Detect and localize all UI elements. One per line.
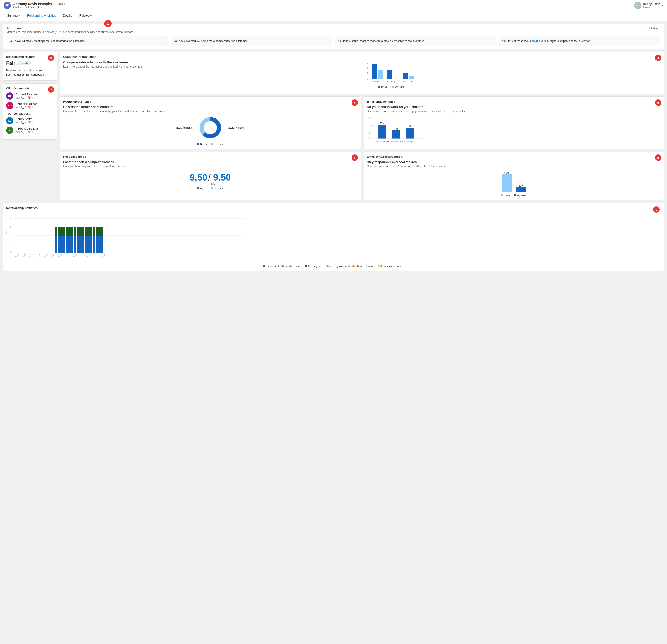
tab-related[interactable]: Related ▾	[76, 11, 95, 20]
svg-text:20 Dec: 20 Dec	[29, 253, 34, 258]
svg-rect-79	[98, 227, 101, 235]
interactions-heading: Compare interactions with the customer	[63, 60, 360, 64]
legend-dot-calls-made	[353, 265, 355, 267]
chevron-down-icon[interactable]: ▾	[662, 4, 663, 7]
next-icon[interactable]: ›	[660, 27, 661, 30]
sr-heading: Stay responsive and seal the deal	[367, 160, 661, 164]
sr-bar-them: 11%	[516, 185, 526, 192]
svg-rect-64	[79, 235, 82, 253]
svg-rect-59	[71, 227, 74, 235]
activities-chart-scroll[interactable]: 4 3 2 1 0 Count // This won't execute in…	[6, 213, 661, 263]
contact-name-rt[interactable]: Richard Thomas	[16, 93, 37, 96]
legend-meetings-received: Meetings received	[326, 265, 350, 267]
response-time-panel: 7 Response time ℹ Faster responses impac…	[60, 151, 361, 200]
svg-text:7 Feb: 7 Feb	[102, 253, 106, 258]
svg-rect-52	[63, 235, 65, 253]
legend-dot-meetings-sent	[305, 265, 307, 267]
contacts-info-icon[interactable]: ℹ	[30, 87, 31, 90]
relationship-activities-section: 9 Relationship Activities ℹ 4 3 2 1 0 Co…	[3, 203, 664, 271]
svg-text:29 Jan: 29 Jan	[87, 253, 92, 258]
activities-title: Relationship Activities ℹ	[6, 207, 661, 210]
svg-rect-46	[55, 235, 57, 253]
response-value-them: 9.50	[213, 172, 231, 182]
interactions-info-icon[interactable]: ℹ	[95, 55, 96, 58]
bar-emails-them	[378, 70, 383, 79]
svg-text:2: 2	[10, 234, 12, 237]
colleague-name-ks[interactable]: Kenny Smith	[16, 117, 33, 121]
hourly-title: Hourly investment ℹ	[63, 100, 357, 103]
user-details: Kenny Smith Owner	[643, 2, 660, 9]
colleague-pp: # # PpdfCDSClient ✉ 3📞 5📅 1	[6, 127, 54, 134]
badge-8: 8	[655, 154, 661, 161]
svg-rect-72	[90, 235, 93, 253]
tab-relationship-analytics[interactable]: Relationship Analytics	[23, 11, 59, 20]
legend-calls-received: Phone calls received	[378, 265, 405, 267]
contact-name-sm[interactable]: Sandra Martinez	[16, 102, 37, 105]
bar-calls-them	[409, 76, 413, 79]
hours-us-label: 8.33 hours	[176, 126, 192, 130]
hours-them-label: 3.33 hours	[228, 126, 244, 130]
summary-card-1: You have invested 5.0 hours more compare…	[170, 36, 332, 46]
legend-emails-received: Emails received	[281, 265, 302, 267]
donut-wrapper: 8.33 hours 3.33 hours	[63, 116, 357, 139]
tab-summary[interactable]: Summary	[4, 11, 23, 20]
colleague-avatar-pp: #	[6, 127, 13, 134]
user-role: Owner	[643, 6, 660, 9]
badge-5: 5	[352, 99, 358, 106]
badge-3: 3	[48, 86, 54, 93]
colleagues-info-icon[interactable]: ℹ	[30, 112, 30, 115]
email-eng-chart: 15 10 5 0 10% Emails opened 4% Attachmen…	[367, 116, 661, 143]
svg-text:1: 1	[10, 243, 12, 246]
svg-text:5: 5	[369, 132, 371, 134]
hourly-info-icon[interactable]: ℹ	[90, 100, 91, 103]
legend-dot-calls-received	[378, 265, 380, 267]
prev-icon[interactable]: ‹	[646, 27, 647, 30]
svg-text:Attachments viewed: Attachments viewed	[387, 141, 405, 143]
svg-text:0: 0	[10, 251, 12, 254]
badge-7: 7	[352, 154, 358, 161]
summary-card-3: Your rate of response to emails is 73% h…	[499, 36, 661, 46]
svg-rect-66	[82, 235, 84, 253]
sr-title: Email send/receive ratio ℹ	[367, 155, 661, 158]
svg-text:3: 3	[10, 226, 12, 228]
sr-bar-them-rect	[516, 187, 526, 192]
contact-info-sm: Sandra Martinez ✉ 3📞 5📅 1	[16, 102, 37, 109]
record-name: Anthony Davis (sample)	[13, 2, 52, 6]
svg-text:9 Jan: 9 Jan	[58, 254, 62, 258]
svg-rect-81	[101, 227, 103, 235]
colleagues-section: Your colleagues ℹ KS Kenny Smith ✉ 3📞 5📅…	[6, 112, 54, 134]
summary-title: Summary ℹ 1	[6, 27, 133, 30]
response-info-icon[interactable]: ℹ	[85, 155, 86, 158]
svg-text:By Them: By Them	[395, 86, 404, 88]
record-details: Anthony Davis (sample) – Saved Contact ·…	[13, 2, 65, 9]
relationship-health-title: Relationship Health ℹ	[6, 55, 54, 59]
contact-avatar-sm: SM	[6, 102, 13, 109]
svg-rect-67	[82, 227, 84, 235]
interactions-desc: Learn more about the interactions you've…	[63, 65, 360, 68]
two-col-layout: 2 Relationship Health ℹ Fair Steady Next…	[3, 52, 664, 200]
bar-emails-opened	[378, 125, 386, 138]
record-saved: – Saved	[55, 2, 65, 5]
svg-text:15: 15	[369, 117, 372, 119]
colleague-meta-pp: ✉ 3📞 5📅 1	[16, 131, 38, 134]
svg-rect-47	[55, 227, 57, 235]
legend-them-rect	[392, 86, 394, 88]
email-eng-info-icon[interactable]: ℹ	[394, 100, 394, 103]
contact-avatar-rt: RT	[6, 93, 13, 100]
svg-text:4: 4	[367, 67, 368, 69]
main-content: Summary ℹ 1 Metrics and key performance …	[0, 21, 667, 644]
summary-info-icon[interactable]: ℹ	[22, 27, 23, 30]
user-info: KS Kenny Smith Owner ▾	[634, 2, 663, 9]
svg-rect-50	[60, 235, 63, 253]
colleague-name-pp[interactable]: # PpdfCDSClient	[16, 127, 38, 130]
svg-rect-55	[66, 227, 68, 235]
sr-info-icon[interactable]: ℹ	[401, 155, 402, 158]
health-info-icon[interactable]: ℹ	[34, 55, 35, 58]
svg-text:Links clicked: Links clicked	[404, 141, 416, 143]
svg-rect-60	[74, 235, 76, 253]
activities-info-icon[interactable]: ℹ	[38, 207, 39, 210]
activities-chart-svg: 4 3 2 1 0 Count // This won't execute in…	[6, 213, 246, 262]
svg-text:10: 10	[369, 125, 372, 127]
svg-text:Phone calls: Phone calls	[402, 80, 413, 83]
tab-details[interactable]: Details	[59, 11, 76, 20]
